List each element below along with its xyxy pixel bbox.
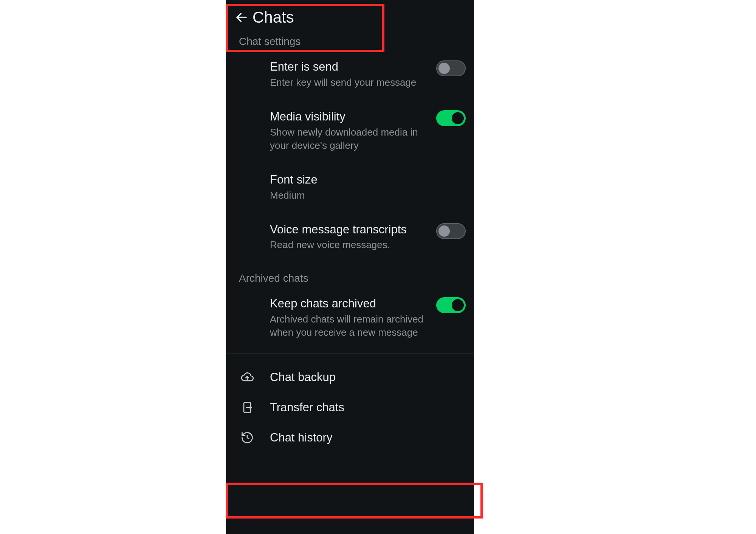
- setting-title: Media visibility: [270, 110, 431, 124]
- setting-subtitle: Medium: [270, 189, 460, 202]
- page-title: Chats: [253, 8, 294, 26]
- setting-subtitle: Enter key will send your message: [270, 76, 431, 89]
- toggle-voice-transcripts[interactable]: [436, 223, 466, 239]
- setting-enter-is-send[interactable]: Enter is send Enter key will send your m…: [226, 53, 474, 96]
- setting-subtitle: Show newly downloaded media in your devi…: [270, 126, 431, 152]
- cloud-upload-icon: [239, 369, 256, 386]
- toggle-media-visibility[interactable]: [436, 110, 466, 126]
- action-label: Chat backup: [270, 369, 460, 386]
- action-label: Chat history: [270, 429, 460, 446]
- history-icon: [239, 429, 256, 446]
- device-transfer-icon: [239, 399, 256, 416]
- phone-screen: Chats Chat settings Enter is send Enter …: [226, 0, 474, 534]
- section-heading-archived: Archived chats: [226, 272, 474, 290]
- setting-title: Enter is send: [270, 60, 431, 74]
- action-label: Transfer chats: [270, 399, 460, 416]
- setting-media-visibility[interactable]: Media visibility Show newly downloaded m…: [226, 103, 474, 159]
- header-bar: Chats: [226, 0, 474, 35]
- action-chat-history[interactable]: Chat history: [226, 423, 474, 453]
- toggle-enter-is-send[interactable]: [436, 60, 466, 76]
- action-transfer-chats[interactable]: Transfer chats: [226, 392, 474, 423]
- setting-font-size[interactable]: Font size Medium: [226, 166, 474, 209]
- setting-subtitle: Read new voice messages.: [270, 238, 431, 252]
- back-button[interactable]: [233, 9, 250, 26]
- action-chat-backup[interactable]: Chat backup: [226, 362, 474, 392]
- setting-title: Voice message transcripts: [270, 222, 431, 237]
- divider: [226, 353, 474, 354]
- setting-title: Keep chats archived: [270, 296, 431, 311]
- canvas: Chats Chat settings Enter is send Enter …: [0, 0, 756, 534]
- setting-title: Font size: [270, 173, 460, 187]
- arrow-left-icon: [235, 11, 248, 24]
- setting-voice-transcripts[interactable]: Voice message transcripts Read new voice…: [226, 216, 474, 259]
- setting-keep-archived[interactable]: Keep chats archived Archived chats will …: [226, 290, 474, 346]
- divider: [226, 266, 474, 266]
- setting-subtitle: Archived chats will remain archived when…: [270, 313, 431, 339]
- section-heading-chat-settings: Chat settings: [226, 35, 474, 53]
- toggle-keep-archived[interactable]: [436, 297, 466, 313]
